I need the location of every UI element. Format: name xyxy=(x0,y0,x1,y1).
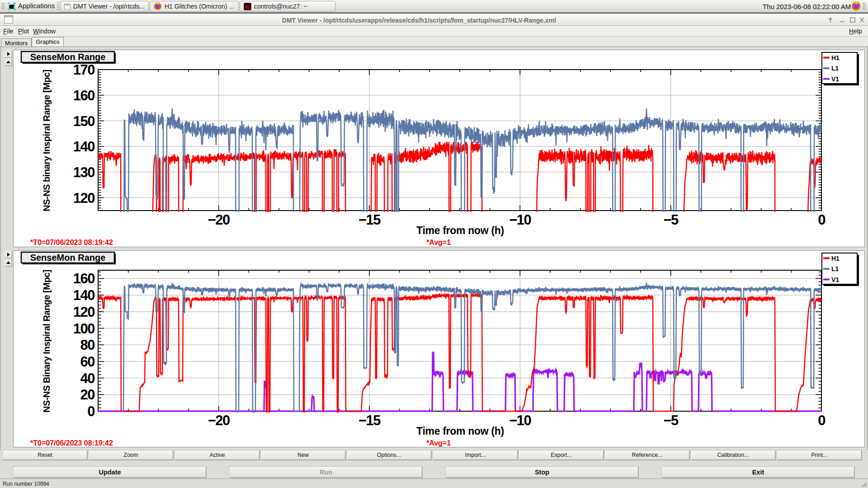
svg-text:160: 160 xyxy=(73,271,94,286)
svg-text:60: 60 xyxy=(80,354,95,370)
svg-text:80: 80 xyxy=(80,337,95,353)
svg-text:SenseMon Range: SenseMon Range xyxy=(30,253,106,263)
svg-text:L1: L1 xyxy=(831,65,839,72)
svg-text:H1: H1 xyxy=(831,54,840,61)
svg-text:0: 0 xyxy=(87,404,94,419)
svg-text:−15: −15 xyxy=(359,212,381,228)
svg-text:−5: −5 xyxy=(664,413,679,428)
svg-text:*T0=07/06/2023 08:19:42: *T0=07/06/2023 08:19:42 xyxy=(30,439,113,447)
svg-text:140: 140 xyxy=(73,287,94,303)
svg-text:20: 20 xyxy=(80,387,95,403)
svg-text:Time from now (h): Time from now (h) xyxy=(416,425,504,437)
svg-text:40: 40 xyxy=(80,371,95,386)
svg-text:−10: −10 xyxy=(509,413,531,428)
svg-text:NS-NS binary Inspiral Range [M: NS-NS binary Inspiral Range [Mpc] xyxy=(42,70,52,211)
svg-text:−10: −10 xyxy=(509,212,531,228)
svg-text:*Avg=1: *Avg=1 xyxy=(426,239,451,246)
svg-text:160: 160 xyxy=(73,88,94,103)
svg-text:Time from now (h): Time from now (h) xyxy=(416,225,504,236)
svg-text:170: 170 xyxy=(73,62,94,78)
svg-text:NS-NS Binary Inspiral Range [M: NS-NS Binary Inspiral Range [Mpc] xyxy=(42,270,52,413)
svg-text:120: 120 xyxy=(73,304,94,320)
svg-text:120: 120 xyxy=(73,190,94,206)
svg-text:V1: V1 xyxy=(831,276,839,283)
svg-text:0: 0 xyxy=(818,212,825,228)
svg-text:V1: V1 xyxy=(831,75,839,83)
svg-text:−15: −15 xyxy=(359,413,381,428)
svg-text:0: 0 xyxy=(818,413,825,428)
svg-text:*T0=07/06/2023 08:19:42: *T0=07/06/2023 08:19:42 xyxy=(30,239,113,246)
svg-text:100: 100 xyxy=(73,321,94,337)
svg-text:H1: H1 xyxy=(831,255,840,262)
svg-text:L1: L1 xyxy=(831,265,839,272)
svg-text:−20: −20 xyxy=(208,413,230,428)
svg-text:140: 140 xyxy=(73,139,94,155)
svg-text:*Avg=1: *Avg=1 xyxy=(426,439,451,447)
svg-text:130: 130 xyxy=(73,164,94,180)
svg-text:SenseMon Range: SenseMon Range xyxy=(30,52,106,62)
svg-text:−5: −5 xyxy=(664,212,679,228)
svg-text:150: 150 xyxy=(73,113,94,129)
svg-text:−20: −20 xyxy=(208,212,230,228)
